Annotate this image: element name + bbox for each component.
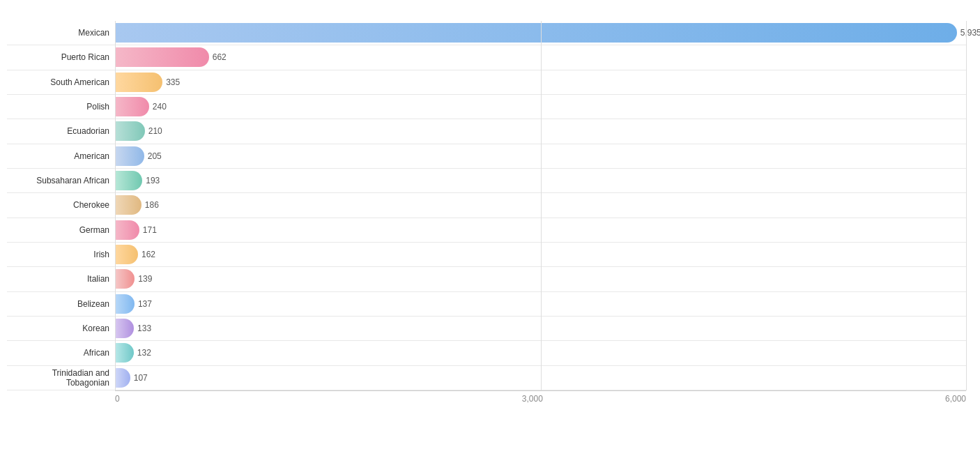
bar-value-label: 240 bbox=[153, 102, 167, 112]
bar-fill: 139 bbox=[115, 269, 135, 289]
bar-row: American205 bbox=[7, 144, 966, 169]
bar-row: German171 bbox=[7, 218, 966, 243]
bar-row: Trinidadian and Tobagonian107 bbox=[7, 366, 966, 390]
bar-fill: 335 bbox=[115, 73, 162, 92]
bar-row: Puerto Rican662 bbox=[7, 45, 966, 70]
bar-label: South American bbox=[7, 77, 115, 87]
bar-row: Cherokee186 bbox=[7, 193, 966, 218]
bar-fill: 240 bbox=[115, 97, 149, 116]
bar-label: Polish bbox=[7, 102, 115, 112]
bar-row: Subsaharan African193 bbox=[7, 169, 966, 193]
bar-row: Mexican5,935 bbox=[7, 21, 966, 45]
bar-value-label: 210 bbox=[148, 126, 162, 136]
bar-label: Trinidadian and Tobagonian bbox=[7, 368, 115, 388]
bar-label: Cherokee bbox=[7, 200, 115, 210]
bar-label: Ecuadorian bbox=[7, 126, 115, 136]
bar-value-label: 162 bbox=[141, 250, 155, 259]
x-axis-label: 3,000 bbox=[522, 394, 543, 404]
bar-label: Puerto Rican bbox=[7, 52, 115, 62]
bar-row: African132 bbox=[7, 341, 966, 365]
bar-value-label: 171 bbox=[143, 225, 157, 235]
bar-label: African bbox=[7, 348, 115, 358]
bar-row: Italian139 bbox=[7, 267, 966, 291]
bar-label: Mexican bbox=[7, 28, 115, 38]
bar-row: Ecuadorian210 bbox=[7, 119, 966, 144]
chart-container: Mexican5,935Puerto Rican662South America… bbox=[0, 0, 980, 449]
bar-fill: 210 bbox=[115, 121, 145, 141]
bar-row: Korean133 bbox=[7, 317, 966, 341]
bar-label: American bbox=[7, 151, 115, 161]
grid-line bbox=[115, 21, 116, 390]
bar-row: Irish162 bbox=[7, 243, 966, 267]
chart-area: Mexican5,935Puerto Rican662South America… bbox=[7, 21, 966, 404]
bar-fill: 107 bbox=[115, 368, 130, 388]
bar-fill: 132 bbox=[115, 343, 134, 363]
bar-fill: 162 bbox=[115, 245, 138, 264]
grid-line bbox=[966, 21, 967, 390]
bar-label: Italian bbox=[7, 274, 115, 284]
bar-label: German bbox=[7, 225, 115, 235]
bar-label: Subsaharan African bbox=[7, 176, 115, 185]
bar-label: Irish bbox=[7, 250, 115, 259]
bar-label: Belizean bbox=[7, 299, 115, 309]
x-axis: 03,0006,000 bbox=[115, 390, 966, 404]
bar-value-label: 5,935 bbox=[960, 28, 980, 38]
x-axis-label: 6,000 bbox=[945, 394, 966, 404]
x-axis-label: 0 bbox=[115, 394, 120, 404]
bar-fill: 171 bbox=[115, 220, 139, 240]
bar-value-label: 133 bbox=[137, 324, 151, 333]
grid-line bbox=[541, 21, 542, 390]
bar-fill: 193 bbox=[115, 171, 142, 190]
bar-fill: 137 bbox=[115, 294, 135, 314]
bar-fill: 5,935 bbox=[115, 23, 957, 43]
bar-value-label: 186 bbox=[145, 200, 159, 210]
bar-value-label: 132 bbox=[137, 348, 151, 358]
bar-row: Belizean137 bbox=[7, 292, 966, 317]
bar-value-label: 137 bbox=[138, 299, 152, 309]
bar-row: South American335 bbox=[7, 70, 966, 95]
bar-value-label: 662 bbox=[213, 52, 227, 62]
bars-section: Mexican5,935Puerto Rican662South America… bbox=[7, 21, 966, 390]
bar-fill: 186 bbox=[115, 195, 141, 215]
bar-value-label: 139 bbox=[138, 274, 152, 284]
bar-label: Korean bbox=[7, 324, 115, 333]
bar-fill: 133 bbox=[115, 319, 134, 338]
bar-fill: 662 bbox=[115, 47, 209, 67]
bar-value-label: 193 bbox=[146, 176, 160, 185]
bar-value-label: 335 bbox=[166, 77, 180, 87]
bar-value-label: 107 bbox=[134, 373, 148, 383]
bar-value-label: 205 bbox=[148, 151, 162, 161]
bar-fill: 205 bbox=[115, 146, 144, 166]
bar-row: Polish240 bbox=[7, 95, 966, 119]
